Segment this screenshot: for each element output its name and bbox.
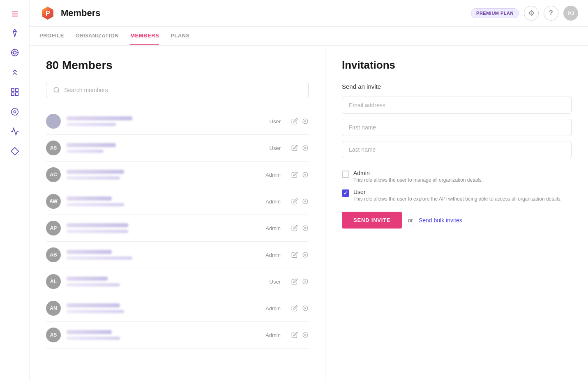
avatar: AP (46, 221, 61, 236)
settings-button[interactable]: ⚙ (524, 6, 539, 21)
remove-icon[interactable] (302, 305, 309, 312)
tab-plans[interactable]: PLANS (171, 27, 190, 45)
user-avatar[interactable]: PJ (563, 6, 578, 21)
role-option-admin: Admin This role allows the user to manag… (342, 170, 572, 183)
member-role: Admin (265, 305, 281, 312)
table-row: AW Admin (46, 188, 309, 215)
member-email-blur (67, 176, 120, 180)
member-actions (291, 145, 309, 151)
member-info (67, 196, 260, 206)
search-container[interactable] (46, 82, 309, 98)
remove-icon[interactable] (302, 198, 309, 205)
sidebar-icon-layout[interactable] (7, 84, 23, 100)
svg-line-18 (58, 91, 59, 92)
member-email-blur (67, 230, 128, 233)
question-icon: ? (549, 9, 553, 17)
remove-icon[interactable] (302, 252, 309, 258)
avatar: AN (46, 301, 61, 316)
edit-icon[interactable] (291, 145, 298, 151)
table-row: AC Admin (46, 162, 309, 188)
table-row: AS User (46, 135, 309, 162)
svg-rect-11 (15, 93, 18, 95)
member-actions (291, 332, 309, 338)
edit-icon[interactable] (291, 225, 298, 231)
svg-point-13 (11, 109, 18, 115)
member-info (67, 143, 264, 153)
edit-icon[interactable] (291, 332, 298, 338)
member-info (67, 250, 260, 260)
send-invite-button[interactable]: SEND INVITE (342, 212, 402, 229)
member-role: User (270, 145, 281, 151)
member-actions (291, 118, 309, 125)
user-role-text: User This role allows the user to explor… (353, 189, 562, 202)
members-panel: 80 Members User (30, 46, 325, 381)
edit-icon[interactable] (291, 252, 298, 258)
member-email-blur (67, 203, 124, 206)
member-name-blur (67, 330, 112, 334)
last-name-field[interactable] (342, 141, 572, 158)
table-row: AS Admin (46, 322, 309, 349)
app-logo (39, 5, 56, 21)
email-field[interactable] (342, 97, 572, 114)
sidebar-icon-diamond[interactable] (7, 25, 23, 41)
avatar: AW (46, 194, 61, 209)
remove-icon[interactable] (302, 278, 309, 285)
member-role: Admin (265, 225, 281, 231)
table-row: AN Admin (46, 295, 309, 322)
remove-icon[interactable] (302, 145, 309, 151)
remove-icon[interactable] (302, 171, 309, 178)
hamburger-menu-button[interactable] (7, 7, 22, 21)
tab-profile[interactable]: PROFILE (39, 27, 64, 45)
sidebar-icon-disc[interactable] (7, 104, 23, 120)
member-actions (291, 305, 309, 312)
remove-icon[interactable] (302, 118, 309, 125)
member-name-blur (67, 196, 112, 201)
member-info (67, 170, 260, 180)
admin-role-description: This role allows the user to manage all … (353, 177, 483, 183)
svg-point-17 (54, 88, 58, 92)
edit-icon[interactable] (291, 305, 298, 312)
remove-icon[interactable] (302, 332, 309, 338)
search-members-input[interactable] (64, 87, 302, 93)
sidebar-icon-activity[interactable] (7, 123, 23, 140)
sidebar (0, 0, 30, 381)
edit-icon[interactable] (291, 118, 298, 125)
sidebar-icon-target[interactable] (7, 44, 23, 61)
admin-role-checkbox[interactable] (342, 171, 349, 178)
edit-icon[interactable] (291, 198, 298, 205)
avatar (46, 114, 61, 129)
table-row: AL User (46, 268, 309, 295)
member-actions (291, 198, 309, 205)
member-email-blur (67, 283, 120, 286)
page-title: Members (61, 8, 466, 18)
help-button[interactable]: ? (544, 6, 558, 21)
member-actions (291, 252, 309, 258)
table-row: AB Admin (46, 242, 309, 268)
remove-icon[interactable] (302, 225, 309, 231)
edit-icon[interactable] (291, 171, 298, 178)
member-email-blur (67, 310, 124, 313)
tab-organization[interactable]: ORGANIZATION (76, 27, 119, 45)
member-name-blur (67, 143, 116, 147)
send-invite-label: Send an invite (342, 83, 572, 90)
tab-members[interactable]: MEMBERS (130, 27, 159, 45)
member-email-blur (67, 123, 116, 126)
header-actions: PREMIUM PLAN ⚙ ? PJ (471, 6, 578, 21)
member-role: Admin (265, 252, 281, 258)
invitations-panel: Invitations Send an invite Admin This ro… (325, 46, 588, 381)
edit-icon[interactable] (291, 278, 298, 285)
search-icon (53, 86, 60, 94)
svg-rect-10 (15, 89, 18, 91)
admin-role-name: Admin (353, 170, 483, 176)
sidebar-icon-diamond2[interactable] (7, 143, 23, 159)
send-bulk-invites-link[interactable]: Send bulk invites (419, 217, 462, 224)
gear-icon: ⚙ (528, 9, 535, 18)
member-email-blur (67, 150, 104, 153)
member-role: User (270, 279, 281, 285)
member-info (67, 330, 260, 340)
sidebar-icon-chevrons-up[interactable] (7, 64, 23, 81)
user-role-checkbox[interactable] (342, 189, 349, 197)
svg-point-14 (14, 111, 16, 113)
first-name-field[interactable] (342, 119, 572, 136)
user-role-description: This role allows the user to explore the… (353, 196, 562, 202)
